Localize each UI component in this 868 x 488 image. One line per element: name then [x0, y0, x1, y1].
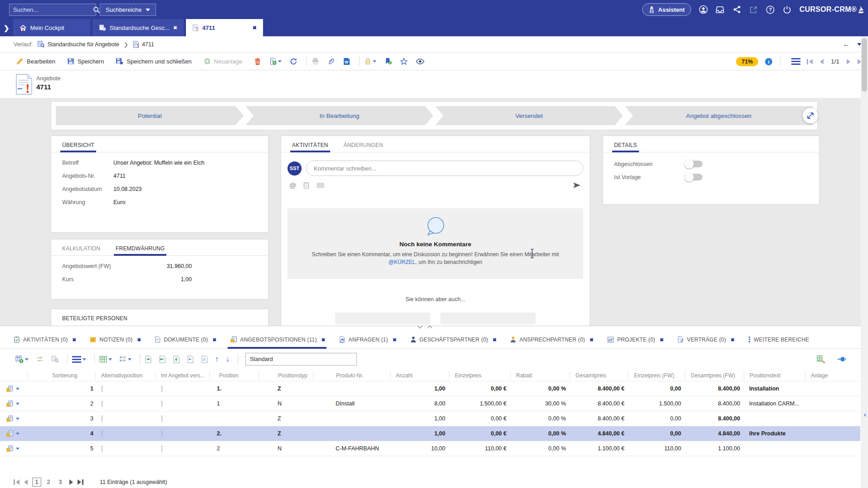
table-row[interactable]: 21NDInstall8,001.500,00 €30,00 %8.400,00… [0, 396, 860, 411]
previous-record-button[interactable] [820, 59, 824, 64]
email-icon[interactable] [317, 183, 324, 188]
im-angebot-checkbox[interactable] [161, 445, 162, 452]
tab-aenderungen[interactable]: ÄNDERUNGEN [344, 142, 383, 152]
task-clipboard-icon[interactable] [303, 182, 309, 189]
close-tab-icon[interactable]: ✖ [72, 337, 76, 342]
close-tab-icon[interactable]: ✖ [660, 337, 664, 342]
logout-power-icon[interactable] [783, 5, 792, 14]
grid-list-button[interactable] [201, 356, 208, 363]
tab-fremdwaehrung[interactable]: FREMDWÄHRUNG [116, 245, 165, 256]
subarea-tab-projekte-0-[interactable]: PROJEKTE (0)✖ [607, 331, 664, 349]
save-close-button[interactable]: Speichern und schließen [116, 58, 191, 65]
favorite-star-button[interactable] [400, 58, 408, 65]
subarea-tab-anfragen-1-[interactable]: ANFRAGEN (1)✖ [339, 331, 397, 349]
subarea-tab-angebotspositionen-11-[interactable]: ANGEBOTSPOSITIONEN (11)✖ [230, 331, 326, 349]
collapse-right-panel-icon[interactable]: ‹ [864, 410, 866, 418]
grid-settings-icon[interactable] [817, 355, 825, 363]
expand-panel-icon[interactable] [427, 325, 433, 329]
breadcrumb-item-record[interactable]: ! 4711 [133, 41, 154, 48]
grid-first-page-button[interactable] [14, 479, 20, 485]
table-row[interactable]: 3Z1,000,00 €0,00 %8.400,00 €0,008.400,00 [0, 411, 860, 426]
toggle-switch-abgeschlossen[interactable] [685, 161, 702, 167]
help-icon[interactable]: ? [766, 5, 775, 14]
grid-new-row-button[interactable] [15, 356, 29, 363]
workspace-tab-4711[interactable]: !4711✖ [186, 19, 263, 36]
row-type-icon[interactable] [0, 386, 27, 392]
close-tab-icon[interactable]: ✖ [213, 337, 217, 342]
grid-import-button[interactable] [145, 356, 151, 363]
subarea-tab-weitere-bereiche[interactable]: WEITERE BEREICHE [748, 331, 809, 349]
chevron-down-icon[interactable] [278, 60, 282, 63]
lock-button[interactable] [364, 58, 376, 65]
column-header-epfw[interactable]: Einzelpreis (FW) [628, 371, 685, 380]
column-header-gpfw[interactable]: Gesamtpreis (FW) [685, 371, 744, 380]
share-icon[interactable] [732, 5, 741, 14]
tab-overview[interactable]: ÜBERSICHT [62, 142, 94, 152]
collapse-panel-icon[interactable] [417, 325, 423, 329]
close-tab-icon[interactable]: ✖ [137, 337, 141, 342]
chevron-down-icon[interactable] [373, 60, 376, 63]
vertical-scrollbar[interactable] [861, 36, 868, 488]
column-header-im[interactable]: Im Angebot vers... [155, 371, 210, 380]
copy-record-button[interactable] [269, 58, 282, 65]
im-angebot-checkbox[interactable] [161, 386, 162, 392]
mention-link[interactable]: @KÜRZEL, [389, 259, 417, 265]
column-header-rab[interactable]: Rabatt [510, 371, 570, 380]
process-step-versendet[interactable]: Versendet [435, 106, 623, 125]
im-angebot-checkbox[interactable] [161, 415, 162, 422]
search-scope-button[interactable]: Suchbereiche [100, 4, 156, 16]
row-menu-icon[interactable] [16, 448, 20, 450]
grid-export-left-button[interactable] [159, 356, 166, 363]
refresh-button[interactable] [290, 58, 297, 65]
profile-icon[interactable] [699, 5, 708, 14]
page-number-1[interactable]: 1 [32, 478, 41, 487]
delete-button[interactable] [254, 58, 261, 65]
column-header-sort[interactable]: Sortierung [27, 371, 95, 380]
close-tab-icon[interactable]: ✖ [493, 337, 497, 342]
grid-export-down-button[interactable] [173, 356, 180, 363]
row-menu-icon[interactable] [16, 403, 20, 405]
im-angebot-checkbox[interactable] [161, 400, 162, 407]
column-header-anz[interactable]: Anzahl [390, 371, 449, 380]
send-comment-icon[interactable] [572, 182, 581, 189]
subarea-tab-geschäftspartner-0-[interactable]: GESCHÄFTSPARTNER (0)✖ [410, 331, 497, 349]
edit-button[interactable]: Bearbeiten [16, 58, 55, 65]
process-step-angebot-abgeschlossen[interactable]: Angebot abgeschlossen [625, 106, 813, 125]
search-input[interactable] [13, 6, 93, 13]
grid-transfer-button[interactable] [36, 356, 44, 363]
close-tab-icon[interactable]: ✖ [253, 25, 257, 31]
grid-sort-up-button[interactable]: ↑ [215, 355, 219, 363]
table-row[interactable]: 52NC-M-FAHRBAHN10,00110,00 €0,00 %1.100,… [0, 441, 860, 456]
first-record-button[interactable] [807, 59, 813, 64]
pin-icon[interactable] [837, 356, 846, 362]
new-record-button[interactable]: Neuanlage [204, 58, 243, 65]
assistant-button[interactable]: Assistent [642, 3, 691, 16]
grid-outdent-button[interactable] [187, 356, 194, 363]
word-export-button[interactable]: W [343, 58, 350, 65]
chevron-down-icon[interactable] [108, 358, 112, 361]
subarea-tab-ansprechpartner-0-[interactable]: ANSPRECHPARTNER (0)✖ [510, 331, 594, 349]
table-row[interactable]: 42.Z1,000,00 €0,00 %4.840,00 €0,004.840,… [0, 426, 860, 441]
column-header-prod[interactable]: Produkt-Nr. [313, 371, 390, 380]
watch-eye-button[interactable] [416, 59, 424, 64]
process-expand-button[interactable] [803, 108, 818, 123]
alternativposition-checkbox[interactable] [102, 386, 102, 392]
tab-aktivitaeten[interactable]: AKTIVITÄTEN [292, 142, 328, 152]
completeness-badge[interactable]: 71% [736, 57, 758, 66]
grid-view-table-button[interactable] [99, 356, 112, 363]
quick-action-button[interactable] [440, 312, 536, 324]
alternativposition-checkbox[interactable] [102, 445, 102, 452]
grid-menu-button[interactable] [72, 356, 86, 363]
column-header-typ[interactable]: Positionstyp [258, 371, 313, 380]
grid-view-layout-button[interactable] [119, 356, 132, 363]
breadcrumb-item-search[interactable]: Standardsuche für Angebote [37, 41, 119, 48]
toggle-switch-ist-vorlage[interactable] [685, 174, 702, 181]
mention-at-icon[interactable]: @ [289, 181, 296, 189]
row-menu-icon[interactable] [16, 418, 20, 420]
column-header-gp[interactable]: Gesamtpreis [570, 371, 628, 380]
process-step-potential[interactable]: Potential [56, 106, 244, 125]
tab-details[interactable]: DETAILS [614, 142, 637, 152]
close-tab-icon[interactable]: ✖ [322, 337, 326, 342]
row-type-icon[interactable] [0, 430, 27, 437]
expand-sidebar-icon[interactable]: ❯ [4, 24, 10, 32]
